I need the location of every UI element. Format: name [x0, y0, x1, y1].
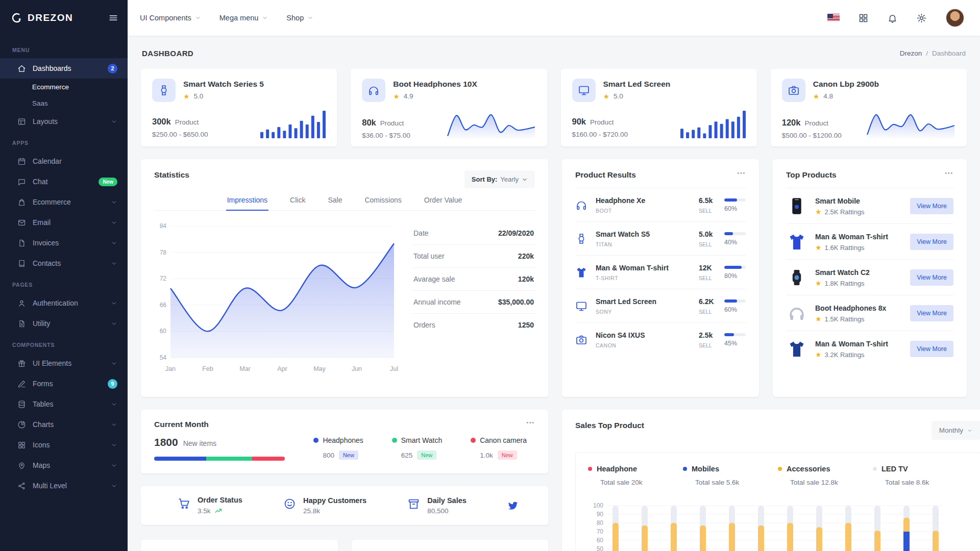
- impressions-area-chart: 847872666054JanFebMarAprMayJunJul: [154, 218, 399, 377]
- sidebar-item-multi-level[interactable]: Multi Level: [0, 475, 128, 496]
- notifications-bell-icon[interactable]: [887, 13, 898, 23]
- sidebar-item-invoices[interactable]: Invoices: [0, 233, 128, 253]
- view-more-button[interactable]: View More: [910, 198, 953, 214]
- sidebar-item-ecommerce-dashboard[interactable]: Ecommerce: [0, 79, 128, 95]
- chat-icon: [17, 178, 26, 186]
- legend-mobiles: Mobiles Total sale 5.6k: [683, 465, 778, 486]
- sell-progress: 80%: [724, 266, 746, 280]
- chevron-down-icon: [111, 260, 117, 267]
- sidebar-item-contacts[interactable]: Contacts: [0, 253, 128, 273]
- sidebar-item-maps[interactable]: Maps: [0, 455, 128, 475]
- statistics-tabs: Impresstions Click Sale Comissions Order…: [154, 191, 535, 211]
- chevron-down-icon: [111, 320, 117, 327]
- svg-text:Jul: Jul: [390, 365, 398, 372]
- language-flag-icon[interactable]: [827, 14, 840, 22]
- tab-click[interactable]: Click: [289, 191, 306, 211]
- svg-text:60: 60: [597, 537, 604, 544]
- tab-impresstions[interactable]: Impresstions: [226, 191, 268, 211]
- sidebar-item-utility[interactable]: Utility: [0, 313, 128, 334]
- sort-by-dropdown[interactable]: Sort By: Yearly: [464, 170, 535, 188]
- star-icon: ★: [813, 93, 820, 100]
- nav-ui-components[interactable]: UI Components: [140, 14, 201, 22]
- sidebar-item-layouts[interactable]: Layouts: [0, 111, 128, 132]
- tshirt-thumbnail: [786, 231, 807, 253]
- panel-menu-button[interactable]: •••: [526, 420, 535, 425]
- sidebar-item-dashboards[interactable]: Dashboards 2: [0, 58, 128, 79]
- star-icon: ★: [815, 315, 822, 322]
- sidebar-item-charts[interactable]: Charts: [0, 414, 128, 435]
- legend-smart-watch: Smart Watch 625New: [392, 436, 442, 461]
- panel-menu-button[interactable]: •••: [945, 170, 953, 176]
- sidebar-item-ui-elements[interactable]: UI Elements: [0, 353, 128, 373]
- stat-row-average-sale: Avarage sale120k: [412, 268, 535, 291]
- camera-icon: [782, 79, 805, 102]
- svg-text:84: 84: [160, 222, 167, 230]
- product-result-row: Headphone XeBOOT 6.5kSELL 60%: [575, 188, 746, 222]
- top-product-row: Boot Headphones 8x ★1.5K Rattings View M…: [786, 295, 953, 331]
- sidebar-item-chat[interactable]: Chat New: [0, 171, 128, 192]
- product-card-title: Smart Led Screen: [603, 80, 671, 89]
- breadcrumb: Drezon / Dashboard: [900, 49, 966, 57]
- new-badge: New: [417, 450, 436, 460]
- sidebar-item-tables[interactable]: Tables: [0, 394, 128, 414]
- pen-icon: [17, 380, 26, 388]
- chevron-down-icon: [111, 421, 117, 428]
- new-badge: New: [339, 450, 358, 460]
- view-more-button[interactable]: View More: [910, 234, 953, 250]
- sidebar-item-forms[interactable]: Forms 9: [0, 373, 128, 394]
- sidebar-item-saas-dashboard[interactable]: Saas: [0, 95, 128, 111]
- home-icon: [17, 64, 26, 73]
- sidebar-item-email[interactable]: Email: [0, 212, 128, 233]
- menu-toggle-icon[interactable]: [108, 13, 118, 23]
- chevron-down-icon: [111, 300, 117, 307]
- user-avatar[interactable]: [945, 8, 965, 28]
- product-results-panel: Product Results ••• Headphone XeBOOT 6.5…: [562, 159, 759, 397]
- daily-sales-kpi: Daily Sales 80,500: [407, 496, 467, 515]
- map-pin-icon: [17, 461, 26, 470]
- product-card-smart-watch: Smart Watch Series 5 ★ 5.0 300k Product: [141, 69, 337, 146]
- sparkline-bar-chart: [680, 109, 746, 138]
- sparkline-bar-chart: [260, 109, 326, 138]
- nav-mega-menu[interactable]: Mega menu: [219, 14, 268, 22]
- svg-text:90: 90: [597, 511, 604, 518]
- price-range: $36.00 - $75.00: [362, 132, 410, 139]
- tab-comissions[interactable]: Comissions: [363, 191, 402, 211]
- rating-value: 5.0: [194, 92, 204, 100]
- legend-dot: [313, 438, 318, 443]
- new-items-count: 1800: [154, 436, 178, 448]
- sidebar: DREZON MENU Dashboards 2 Ecommerce Saas …: [0, 0, 128, 551]
- sidebar-item-calendar[interactable]: Calendar: [0, 151, 128, 171]
- tab-sale[interactable]: Sale: [327, 191, 343, 211]
- tab-order-value[interactable]: Order Value: [423, 191, 463, 211]
- sell-progress: 40%: [724, 232, 746, 246]
- apps-grid-icon[interactable]: [858, 13, 869, 23]
- chevron-down-icon: [111, 360, 117, 367]
- headphones-thumbnail: [786, 303, 807, 324]
- svg-text:50: 50: [597, 545, 604, 551]
- nav-shop[interactable]: Shop: [286, 14, 313, 22]
- sidebar-item-ecommerce[interactable]: Ecommerce: [0, 192, 128, 212]
- panel-menu-button[interactable]: •••: [737, 170, 746, 176]
- chevron-down-icon: [111, 442, 117, 448]
- view-more-button[interactable]: View More: [910, 341, 953, 357]
- star-icon: ★: [183, 93, 190, 100]
- legend-headphone: Headphone Total sale 20k: [588, 465, 683, 486]
- sparkline-line-chart: [447, 109, 536, 139]
- headphones-icon: [575, 199, 587, 211]
- breadcrumb-parent[interactable]: Drezon: [900, 49, 922, 57]
- sidebar-item-authentication[interactable]: Authentication: [0, 293, 128, 313]
- legend-canon-camera: Canon camera 1.0kNew: [471, 436, 527, 461]
- product-result-row: Man & Woman T-shirtT-SHIRT 12KSELL 80%: [575, 256, 746, 289]
- star-icon: ★: [815, 208, 822, 215]
- twitter-icon[interactable]: [507, 500, 519, 511]
- sidebar-item-icons[interactable]: Icons: [0, 435, 128, 455]
- view-more-button[interactable]: View More: [910, 269, 953, 286]
- svg-text:100: 100: [593, 502, 603, 509]
- sell-progress: 60%: [724, 198, 746, 212]
- view-more-button[interactable]: View More: [910, 305, 953, 321]
- settings-gear-icon[interactable]: [916, 13, 927, 23]
- chevron-down-icon: [307, 15, 313, 21]
- price-range: $250.00 - $650.00: [152, 131, 208, 138]
- legend-dot: [392, 438, 397, 443]
- monthly-dropdown[interactable]: Monthly: [932, 421, 980, 440]
